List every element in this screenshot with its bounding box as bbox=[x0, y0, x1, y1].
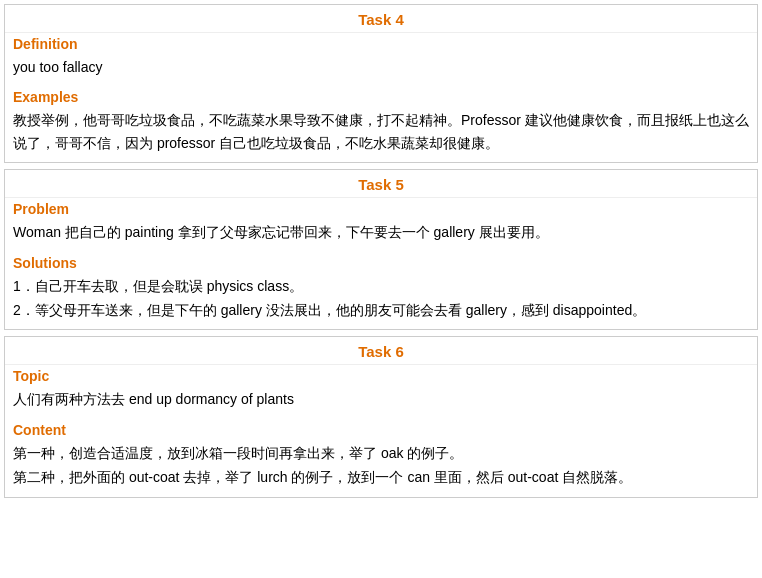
task4-content-1: you too fallacy bbox=[5, 54, 757, 86]
content-line: 第一种，创造合适温度，放到冰箱一段时间再拿出来，举了 oak 的例子。 bbox=[13, 442, 749, 464]
task6-title: Task 6 bbox=[5, 337, 757, 365]
content-line: 人们有两种方法去 end up dormancy of plants bbox=[13, 388, 749, 410]
task4-content-3: 教授举例，他哥哥吃垃圾食品，不吃蔬菜水果导致不健康，打不起精神。Professo… bbox=[5, 107, 757, 162]
content-line: Woman 把自己的 painting 拿到了父母家忘记带回来，下午要去一个 g… bbox=[13, 221, 749, 243]
task5-box: Task 5ProblemWoman 把自己的 painting 拿到了父母家忘… bbox=[4, 169, 758, 330]
task4-label-2: Examples bbox=[5, 86, 757, 107]
task5-label-2: Solutions bbox=[5, 252, 757, 273]
content-line: 第二种，把外面的 out-coat 去掉，举了 lurch 的例子，放到一个 c… bbox=[13, 466, 749, 488]
task5-title: Task 5 bbox=[5, 170, 757, 198]
task6-box: Task 6Topic人们有两种方法去 end up dormancy of p… bbox=[4, 336, 758, 497]
task5-label-0: Problem bbox=[5, 198, 757, 219]
task5-content-1: Woman 把自己的 painting 拿到了父母家忘记带回来，下午要去一个 g… bbox=[5, 219, 757, 251]
task4-label-0: Definition bbox=[5, 33, 757, 54]
content-line: 教授举例，他哥哥吃垃圾食品，不吃蔬菜水果导致不健康，打不起精神。Professo… bbox=[13, 109, 749, 154]
task6-content-1: 人们有两种方法去 end up dormancy of plants bbox=[5, 386, 757, 418]
task4-box: Task 4Definitionyou too fallacyExamples教… bbox=[4, 4, 758, 163]
task4-title: Task 4 bbox=[5, 5, 757, 33]
content-line: 2．等父母开车送来，但是下午的 gallery 没法展出，他的朋友可能会去看 g… bbox=[13, 299, 749, 321]
task5-content-3: 1．自己开车去取，但是会耽误 physics class。2．等父母开车送来，但… bbox=[5, 273, 757, 330]
task6-label-2: Content bbox=[5, 419, 757, 440]
task6-content-3: 第一种，创造合适温度，放到冰箱一段时间再拿出来，举了 oak 的例子。第二种，把… bbox=[5, 440, 757, 497]
task6-label-0: Topic bbox=[5, 365, 757, 386]
content-line: 1．自己开车去取，但是会耽误 physics class。 bbox=[13, 275, 749, 297]
page-container: Task 4Definitionyou too fallacyExamples教… bbox=[0, 0, 762, 502]
content-line: you too fallacy bbox=[13, 56, 749, 78]
